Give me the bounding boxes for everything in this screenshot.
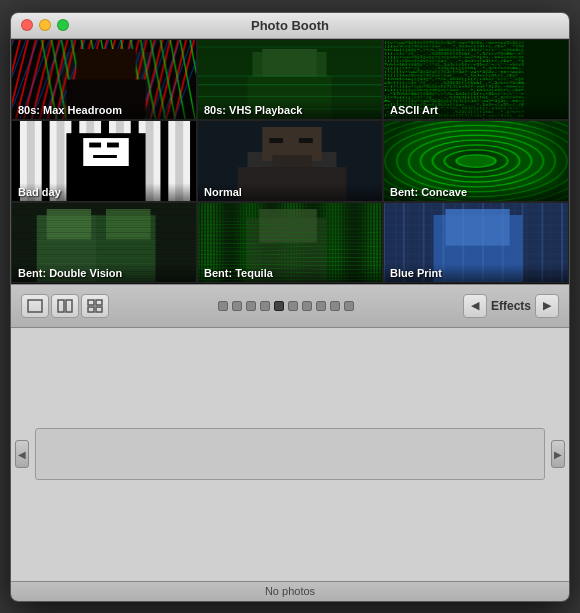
status-text: No photos — [265, 585, 315, 597]
page-dot-5[interactable] — [288, 301, 298, 311]
page-dot-8[interactable] — [330, 301, 340, 311]
svg-rect-4 — [96, 300, 102, 305]
effect-cell-normal[interactable]: Normal — [197, 120, 383, 202]
effect-label-bent-tequila: Bent: Tequila — [198, 264, 382, 282]
effect-label-blue-print: Blue Print — [384, 264, 568, 282]
effect-cell-bad-day[interactable]: Bad day — [11, 120, 197, 202]
effect-label-max-headroom: 80s: Max Headroom — [12, 101, 196, 119]
page-dot-3[interactable] — [260, 301, 270, 311]
effect-label-vhs-playback: 80s: VHS Playback — [198, 101, 382, 119]
effects-next-button[interactable]: ▶ — [535, 294, 559, 318]
app-window: Photo Booth 80s: Max Headroom80s: VHS Pl… — [10, 12, 570, 602]
window-title: Photo Booth — [251, 18, 329, 33]
toolbar: ◀ Effects ▶ — [11, 284, 569, 328]
page-dot-1[interactable] — [232, 301, 242, 311]
effect-cell-bent-tequila[interactable]: Bent: Tequila — [197, 202, 383, 284]
title-bar: Photo Booth — [11, 13, 569, 39]
page-dot-6[interactable] — [302, 301, 312, 311]
grid2-view-icon — [57, 299, 73, 313]
effects-grid: 80s: Max Headroom80s: VHS PlaybackASCII … — [11, 39, 569, 284]
effect-cell-vhs-playback[interactable]: 80s: VHS Playback — [197, 39, 383, 121]
effect-cell-ascii-art[interactable]: ASCII Art — [383, 39, 569, 121]
effects-nav: ◀ Effects ▶ — [463, 294, 559, 318]
svg-rect-2 — [66, 300, 72, 312]
svg-rect-5 — [88, 307, 94, 312]
effect-label-ascii-art: ASCII Art — [384, 101, 568, 119]
grid2-view-button[interactable] — [51, 294, 79, 318]
effect-cell-bent-concave[interactable]: Bent: Concave — [383, 120, 569, 202]
svg-rect-6 — [96, 307, 102, 312]
view-mode-group — [21, 294, 109, 318]
status-bar: No photos — [11, 581, 569, 601]
minimize-button[interactable] — [39, 19, 51, 31]
grid4-view-icon — [87, 299, 103, 313]
traffic-lights — [21, 19, 69, 31]
page-dot-4[interactable] — [274, 301, 284, 311]
svg-rect-0 — [28, 300, 42, 312]
effect-cell-blue-print[interactable]: Blue Print — [383, 202, 569, 284]
single-view-icon — [27, 299, 43, 313]
strip-prev-button[interactable]: ◀ — [15, 440, 29, 468]
effect-label-bad-day: Bad day — [12, 183, 196, 201]
effect-label-bent-concave: Bent: Concave — [384, 183, 568, 201]
maximize-button[interactable] — [57, 19, 69, 31]
effect-label-normal: Normal — [198, 183, 382, 201]
photo-strip: ◀ ▶ — [11, 328, 569, 581]
svg-rect-1 — [58, 300, 64, 312]
effect-label-bent-double: Bent: Double Vision — [12, 264, 196, 282]
single-view-button[interactable] — [21, 294, 49, 318]
page-dot-9[interactable] — [344, 301, 354, 311]
svg-rect-3 — [88, 300, 94, 305]
effects-label: Effects — [491, 299, 531, 313]
close-button[interactable] — [21, 19, 33, 31]
page-dots — [117, 301, 455, 311]
strip-content — [35, 428, 545, 480]
page-dot-7[interactable] — [316, 301, 326, 311]
grid4-view-button[interactable] — [81, 294, 109, 318]
effects-prev-button[interactable]: ◀ — [463, 294, 487, 318]
page-dot-0[interactable] — [218, 301, 228, 311]
effect-cell-bent-double[interactable]: Bent: Double Vision — [11, 202, 197, 284]
effect-cell-max-headroom[interactable]: 80s: Max Headroom — [11, 39, 197, 121]
strip-next-button[interactable]: ▶ — [551, 440, 565, 468]
page-dot-2[interactable] — [246, 301, 256, 311]
